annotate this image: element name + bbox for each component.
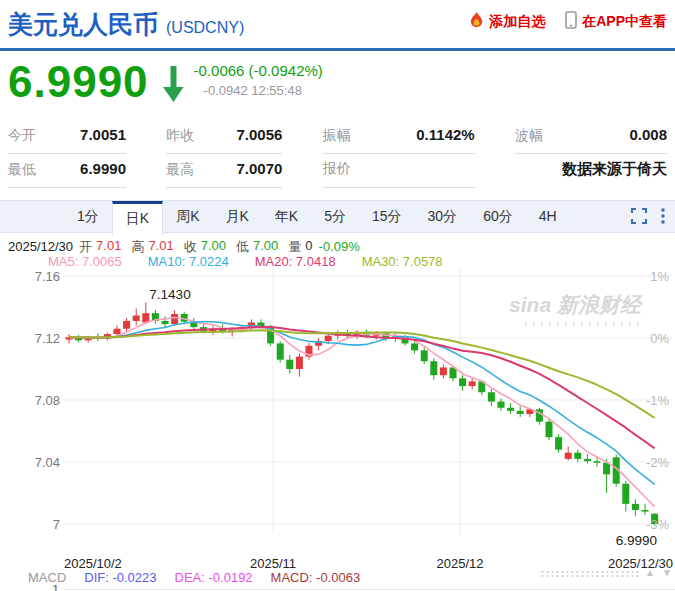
candle-body (632, 504, 639, 510)
ma-legend-ma20: MA20: 7.0418 (255, 254, 336, 269)
macd-items: DIF: -0.0223DEA: -0.0192MACD: -0.0063 (84, 570, 360, 585)
candle-body (430, 361, 437, 375)
candle-body (133, 316, 140, 321)
macd-axis-partial-tick: 1 (52, 582, 59, 591)
stat-value: 6.9990 (80, 160, 126, 177)
macd-legend-dea: DEA: -0.0192 (175, 570, 253, 585)
quote-block: 6.9990 -0.0066 (-0.0942%) -0.0942 12:55:… (8, 54, 323, 114)
panel-arrows[interactable]: ▲▼ (645, 567, 675, 578)
x-axis-label-1: 2025/11 (238, 556, 308, 571)
candle-body (498, 402, 505, 408)
candle-body (440, 367, 447, 375)
ma-legend-ma5: MA5: 7.0065 (48, 254, 122, 269)
tab-5分[interactable]: 5分 (311, 201, 359, 232)
candle-body (162, 321, 169, 324)
more-menu-icon[interactable] (661, 208, 665, 228)
flame-icon (469, 11, 484, 32)
stat-cell-1-0: 最低6.9990 (8, 154, 126, 188)
tab-30分[interactable]: 30分 (415, 201, 471, 232)
stat-label: 今开 (8, 127, 36, 145)
candle-body (555, 437, 562, 449)
data-source-note: 数据来源于倚天 (515, 154, 667, 188)
stat-value: 7.0070 (236, 160, 282, 177)
tab-日K[interactable]: 日K (112, 201, 163, 235)
candlestick-chart[interactable]: sina 新浪财经7.167.127.087.0471%0%-1%-2%-3%7… (0, 268, 675, 550)
view-in-app-link[interactable]: 在APP中查看 (565, 11, 667, 32)
stat-value: 数据来源于倚天 (562, 160, 667, 179)
price-change-detail: -0.0942 12:55:48 (194, 83, 323, 98)
svg-text:sina 新浪财经: sina 新浪财经 (509, 293, 644, 316)
y-pct-label: -3% (646, 517, 670, 532)
stat-value: 0.1142% (416, 126, 474, 143)
candle-body (642, 510, 649, 512)
stat-cell-0-3: 波幅0.008 (515, 120, 667, 154)
stat-cell-1-2: 报价 (323, 154, 475, 188)
stat-label: 最高 (166, 161, 194, 179)
header-links: 添加自选 在APP中查看 (469, 11, 667, 32)
candle-body (507, 408, 514, 411)
header: 美元兑人民币 (USDCNY) 添加自选 在APP中查看 (0, 0, 675, 51)
ohlc-change-pct: -0.09% (319, 239, 360, 254)
down-arrow-icon (163, 66, 184, 106)
tab-年K[interactable]: 年K (262, 201, 311, 232)
candle-body (622, 484, 629, 504)
candle-body (488, 392, 495, 401)
title-wrap: 美元兑人民币 (USDCNY) (0, 8, 244, 41)
tab-60分[interactable]: 60分 (470, 201, 526, 232)
stat-label: 波幅 (515, 127, 543, 145)
sina-watermark: sina 新浪财经 (509, 293, 644, 324)
add-watchlist-link[interactable]: 添加自选 (469, 11, 545, 32)
stat-value: 0.008 (629, 126, 667, 143)
y-pct-label: 0% (650, 331, 669, 346)
candle-body (114, 329, 121, 334)
y-pct-label: -1% (646, 393, 670, 408)
stat-cell-0-1: 昨收7.0056 (166, 120, 282, 154)
stats-grid: 今开7.0051昨收7.0056振幅0.1142%波幅0.008最低6.9990… (8, 120, 667, 188)
ohlc-date: 2025/12/30 (8, 239, 73, 254)
x-axis-labels: 2025/10/22025/112025/122025/12/30 (0, 556, 675, 570)
symbol-code: (USDCNY) (166, 19, 244, 37)
y-price-label: 7.04 (35, 455, 60, 470)
arrow-up-icon[interactable]: ▲ (645, 567, 662, 578)
candle-body (469, 381, 476, 386)
macd-panel-topline (64, 589, 675, 590)
candle-body (459, 378, 466, 386)
candle-body (286, 360, 293, 369)
tab-周K[interactable]: 周K (163, 201, 212, 232)
macd-title: MACD (28, 570, 66, 585)
low-annotation: 6.9990 (616, 533, 657, 548)
panel-resize-handle[interactable] (540, 570, 640, 578)
y-pct-label: -2% (646, 455, 670, 470)
candle-body (123, 321, 130, 329)
last-price: 6.9990 (8, 54, 149, 110)
y-price-label: 7 (53, 517, 60, 532)
stat-value: 7.0051 (80, 126, 126, 143)
stat-cell-1-1: 最高7.0070 (166, 154, 282, 188)
candle-body (411, 343, 418, 350)
tab-1分[interactable]: 1分 (64, 201, 112, 232)
x-axis-label-0: 2025/10/2 (64, 556, 122, 571)
ma-legend-ma30: MA30: 7.0578 (362, 254, 443, 269)
candle-body (421, 350, 428, 361)
tab-15分[interactable]: 15分 (359, 201, 415, 232)
page-title: 美元兑人民币 (8, 8, 158, 41)
price-change: -0.0066 (-0.0942%) (194, 62, 323, 79)
usdcny-quote-page: 美元兑人民币 (USDCNY) 添加自选 在APP中查看 6.9990 (0, 0, 675, 591)
candle-body (517, 411, 524, 414)
y-price-label: 7.08 (35, 393, 60, 408)
ma-legend-ma10: MA10: 7.0224 (148, 254, 229, 269)
stat-label: 昨收 (166, 127, 194, 145)
phone-icon (565, 11, 577, 32)
tab-4H[interactable]: 4H (526, 201, 570, 232)
arrow-down-icon[interactable]: ▼ (662, 567, 675, 578)
tabs-holder: 1分日K周K月K年K5分15分30分60分4H (64, 201, 570, 232)
macd-legend-bar: MACD DIF: -0.0223DEA: -0.0192MACD: -0.00… (28, 570, 360, 585)
y-pct-label: 1% (650, 269, 669, 284)
tab-月K[interactable]: 月K (212, 201, 261, 232)
period-tabbar: 1分日K周K月K年K5分15分30分60分4H (0, 200, 675, 233)
ma10-line (69, 322, 655, 485)
macd-legend-macd: MACD: -0.0063 (271, 570, 361, 585)
y-price-label: 7.12 (35, 331, 60, 346)
fullscreen-icon[interactable] (631, 208, 647, 228)
ma-legend-bar: MA5: 7.0065MA10: 7.0224MA20: 7.0418MA30:… (48, 254, 443, 269)
